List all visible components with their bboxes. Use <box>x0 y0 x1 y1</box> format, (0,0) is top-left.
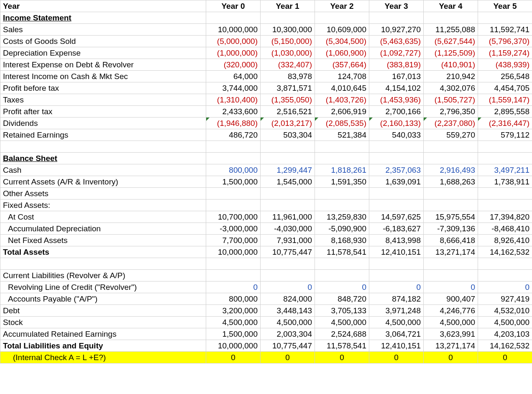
cell[interactable]: 11,592,741 <box>478 24 532 36</box>
cell[interactable]: 13,259,830 <box>315 211 369 223</box>
cell[interactable]: 167,013 <box>369 71 424 82</box>
cell[interactable]: 1,500,000 <box>206 328 261 340</box>
cell[interactable]: 10,609,000 <box>315 24 369 36</box>
cell[interactable]: 559,270 <box>424 129 478 141</box>
cell[interactable]: -7,309,136 <box>424 223 478 235</box>
cell[interactable]: 3,623,991 <box>424 328 478 340</box>
cell[interactable]: 2,895,558 <box>478 106 532 118</box>
cell[interactable]: -4,030,000 <box>261 223 315 235</box>
cell[interactable]: 0 <box>424 352 478 363</box>
cell[interactable]: 8,413,998 <box>369 235 424 246</box>
cell[interactable]: 4,532,010 <box>478 305 532 317</box>
cell[interactable]: 4,010,645 <box>315 82 369 94</box>
cell[interactable]: 4,500,000 <box>315 317 369 328</box>
cell[interactable]: 1,688,263 <box>424 176 478 188</box>
cell[interactable]: 1,299,447 <box>261 164 315 176</box>
cell[interactable]: 2,700,166 <box>369 106 424 118</box>
cell[interactable]: 4,302,076 <box>424 82 478 94</box>
cell[interactable]: (5,627,544) <box>424 36 478 47</box>
cell[interactable]: 800,000 <box>206 164 261 176</box>
cell[interactable]: 10,000,000 <box>206 340 261 352</box>
cell[interactable]: (1,092,727) <box>369 47 424 59</box>
cell[interactable]: 12,410,151 <box>369 340 424 352</box>
cell[interactable]: 824,000 <box>261 293 315 305</box>
cell[interactable]: (357,664) <box>315 59 369 71</box>
cell[interactable]: 10,000,000 <box>206 24 261 36</box>
cell[interactable]: (1,505,727) <box>424 94 478 106</box>
cell[interactable]: 0 <box>478 352 532 363</box>
cell[interactable]: (1,060,900) <box>315 47 369 59</box>
cell[interactable]: 486,720 <box>206 129 261 141</box>
cell[interactable]: 14,597,625 <box>369 211 424 223</box>
cell[interactable]: (2,013,217) <box>261 118 315 129</box>
cell[interactable]: 0 <box>261 281 315 293</box>
cell[interactable]: -6,183,627 <box>369 223 424 235</box>
cell[interactable]: 3,744,000 <box>206 82 261 94</box>
cell[interactable]: 14,162,532 <box>478 340 532 352</box>
cell[interactable]: 3,497,211 <box>478 164 532 176</box>
cell[interactable]: 1,818,261 <box>315 164 369 176</box>
cell[interactable]: (5,150,000) <box>261 36 315 47</box>
cell[interactable]: 3,705,133 <box>315 305 369 317</box>
cell[interactable]: 874,182 <box>369 293 424 305</box>
cell[interactable]: 503,304 <box>261 129 315 141</box>
cell[interactable]: (1,403,726) <box>315 94 369 106</box>
cell[interactable]: 0 <box>315 281 369 293</box>
cell[interactable]: (1,355,050) <box>261 94 315 106</box>
cell[interactable]: -8,468,410 <box>478 223 532 235</box>
cell[interactable]: 4,500,000 <box>369 317 424 328</box>
cell[interactable]: 17,394,820 <box>478 211 532 223</box>
cell[interactable]: 0 <box>424 281 478 293</box>
cell[interactable]: 8,666,418 <box>424 235 478 246</box>
cell[interactable]: 10,700,000 <box>206 211 261 223</box>
cell[interactable]: 256,548 <box>478 71 532 82</box>
cell[interactable]: 13,271,174 <box>424 246 478 258</box>
cell[interactable]: (5,000,000) <box>206 36 261 47</box>
cell[interactable]: -3,000,000 <box>206 223 261 235</box>
cell[interactable]: 0 <box>261 352 315 363</box>
cell[interactable]: 3,064,721 <box>369 328 424 340</box>
cell[interactable]: (320,000) <box>206 59 261 71</box>
cell[interactable]: (1,125,509) <box>424 47 478 59</box>
cell[interactable]: 15,975,554 <box>424 211 478 223</box>
cell[interactable]: 2,796,350 <box>424 106 478 118</box>
cell[interactable]: 3,448,143 <box>261 305 315 317</box>
cell[interactable]: 0 <box>369 281 424 293</box>
cell[interactable]: 800,000 <box>206 293 261 305</box>
cell[interactable]: 11,255,088 <box>424 24 478 36</box>
cell[interactable]: 11,578,541 <box>315 340 369 352</box>
cell[interactable]: -5,090,900 <box>315 223 369 235</box>
cell[interactable]: (1,030,000) <box>261 47 315 59</box>
cell[interactable]: (5,796,370) <box>478 36 532 47</box>
cell[interactable]: (1,946,880) <box>206 118 261 129</box>
cell[interactable]: (2,085,535) <box>315 118 369 129</box>
cell[interactable]: (383,819) <box>369 59 424 71</box>
cell[interactable]: (1,000,000) <box>206 47 261 59</box>
cell[interactable]: (5,463,635) <box>369 36 424 47</box>
cell[interactable]: 83,978 <box>261 71 315 82</box>
cell[interactable]: 2,357,063 <box>369 164 424 176</box>
cell[interactable]: 540,033 <box>369 129 424 141</box>
cell[interactable]: 0 <box>315 352 369 363</box>
cell[interactable]: 521,384 <box>315 129 369 141</box>
cell[interactable]: 1,545,000 <box>261 176 315 188</box>
cell[interactable]: 1,639,091 <box>369 176 424 188</box>
cell[interactable]: (1,559,147) <box>478 94 532 106</box>
cell[interactable]: 0 <box>206 281 261 293</box>
cell[interactable]: 7,700,000 <box>206 235 261 246</box>
cell[interactable]: 13,271,174 <box>424 340 478 352</box>
cell[interactable]: 4,500,000 <box>424 317 478 328</box>
cell[interactable]: 900,407 <box>424 293 478 305</box>
cell[interactable]: 4,454,705 <box>478 82 532 94</box>
cell[interactable]: 10,775,447 <box>261 246 315 258</box>
cell[interactable]: 10,000,000 <box>206 246 261 258</box>
cell[interactable]: 1,591,350 <box>315 176 369 188</box>
cell[interactable]: 0 <box>369 352 424 363</box>
cell[interactable]: 2,433,600 <box>206 106 261 118</box>
cell[interactable]: 579,112 <box>478 129 532 141</box>
cell[interactable]: 10,775,447 <box>261 340 315 352</box>
cell[interactable]: (5,304,500) <box>315 36 369 47</box>
cell[interactable]: 2,003,304 <box>261 328 315 340</box>
cell[interactable]: 8,168,930 <box>315 235 369 246</box>
cell[interactable]: 7,931,000 <box>261 235 315 246</box>
